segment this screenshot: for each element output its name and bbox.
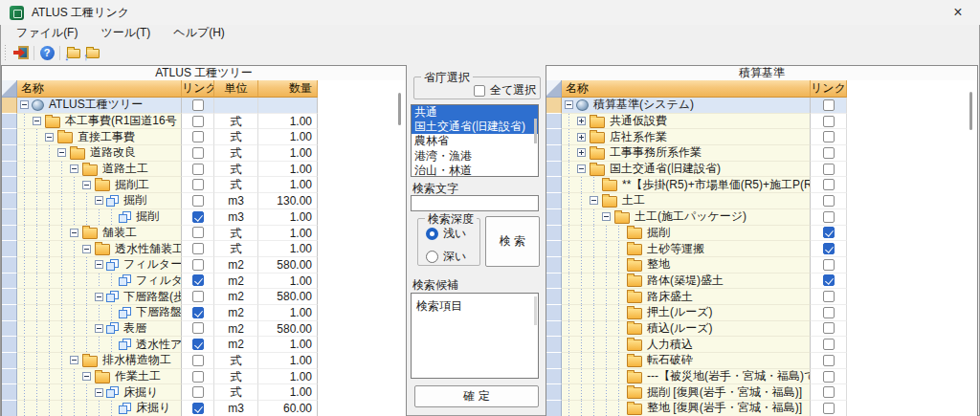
link-cell[interactable]: [182, 193, 214, 209]
collapse-icon[interactable]: [82, 245, 91, 253]
link-checkbox[interactable]: [823, 195, 835, 207]
name-cell[interactable]: 積算基準(システム): [562, 98, 811, 114]
tree-row[interactable]: 路体(築堤)盛土: [546, 274, 977, 290]
collapse-icon[interactable]: [95, 293, 103, 301]
name-cell[interactable]: 掘削: [17, 193, 182, 209]
menu-help[interactable]: ヘルプ(H): [163, 24, 235, 42]
link-cell[interactable]: [182, 274, 214, 290]
name-cell[interactable]: 掘削: [17, 209, 182, 226]
link-cell[interactable]: [811, 226, 847, 242]
link-checkbox[interactable]: [192, 403, 204, 414]
link-checkbox[interactable]: [823, 403, 835, 414]
select-all-row[interactable]: 全て選択: [474, 82, 540, 99]
link-checkbox[interactable]: [192, 274, 204, 286]
name-cell[interactable]: ATLUS工種ツリー: [17, 98, 182, 114]
link-cell[interactable]: [811, 353, 847, 369]
row-header[interactable]: [546, 145, 562, 162]
link-cell[interactable]: [182, 162, 214, 178]
link-cell[interactable]: [182, 241, 214, 257]
tree-row[interactable]: フィルター層m2580.00: [2, 257, 406, 274]
link-checkbox[interactable]: [823, 259, 835, 271]
row-header[interactable]: [2, 114, 17, 130]
collapse-icon[interactable]: [70, 229, 78, 237]
tree-row[interactable]: 透水性アスファルトm21.00: [2, 337, 406, 353]
collapse-icon[interactable]: [57, 148, 66, 157]
name-cell[interactable]: ---【被災地(岩手・宮城・福島)で適用する歩掛】: [562, 369, 811, 385]
name-cell[interactable]: 押土(ルーズ): [562, 305, 811, 321]
name-cell[interactable]: 透水性アスファルト: [17, 337, 182, 353]
collapse-icon[interactable]: [82, 372, 91, 381]
name-cell[interactable]: 作業土工: [17, 369, 182, 385]
tree-row[interactable]: 排水構造物工式1.00: [2, 353, 406, 369]
link-cell[interactable]: [182, 257, 214, 274]
link-checkbox[interactable]: [823, 371, 835, 383]
radio-option[interactable]: 深い: [426, 249, 479, 265]
link-checkbox[interactable]: [823, 307, 835, 318]
tree-row[interactable]: 床掘り式1.00: [2, 384, 406, 401]
link-cell[interactable]: [182, 337, 214, 353]
name-cell[interactable]: 透水性舗装工: [17, 241, 182, 257]
row-header[interactable]: [2, 369, 17, 385]
row-header[interactable]: [546, 369, 562, 385]
link-checkbox[interactable]: [823, 291, 835, 302]
name-cell[interactable]: 下層路盤(歩道部): [17, 305, 182, 321]
row-header[interactable]: [2, 209, 17, 226]
tree-row[interactable]: 本工事費(R1国道16号・国道20号改良工事)式1.00: [2, 114, 406, 130]
name-cell[interactable]: 土砂等運搬: [562, 241, 811, 257]
row-header[interactable]: [546, 274, 562, 290]
collapse-icon[interactable]: [95, 196, 103, 205]
name-cell[interactable]: **【歩掛(R5)+市場単価(R5)+施工P(R5)】**: [562, 177, 811, 193]
link-checkbox[interactable]: [192, 164, 204, 175]
collapse-icon[interactable]: [565, 100, 573, 109]
link-checkbox[interactable]: [192, 291, 204, 302]
link-cell[interactable]: [182, 177, 214, 193]
link-checkbox[interactable]: [192, 322, 204, 334]
tree-row[interactable]: 表層m2580.00: [2, 321, 406, 338]
name-cell[interactable]: 整地 [復興(岩手・宮城・福島)]: [562, 401, 811, 416]
name-cell[interactable]: 道路土工: [17, 162, 182, 178]
name-cell[interactable]: 直接工事費: [17, 129, 182, 145]
tree-row[interactable]: 整地: [546, 257, 977, 274]
tree-row[interactable]: 舗装工式1.00: [2, 226, 406, 242]
link-cell[interactable]: [182, 401, 214, 416]
row-header[interactable]: [2, 274, 17, 290]
search-button[interactable]: 検 索: [485, 216, 540, 267]
name-cell[interactable]: 下層路盤(歩道部): [17, 289, 182, 305]
collapse-icon[interactable]: [33, 117, 41, 125]
row-header[interactable]: [2, 145, 17, 162]
link-cell[interactable]: [811, 209, 847, 226]
tree-row[interactable]: 人力積込: [546, 337, 977, 353]
row-header[interactable]: [2, 305, 17, 321]
link-checkbox[interactable]: [823, 386, 835, 398]
link-cell[interactable]: [182, 114, 214, 130]
link-cell[interactable]: [811, 289, 847, 305]
tree-row[interactable]: 下層路盤(歩道部)m21.00: [2, 305, 406, 321]
row-header[interactable]: [2, 98, 17, 114]
tree-row[interactable]: 直接工事費式1.00: [2, 129, 406, 145]
right-scrollbar-thumb[interactable]: [969, 92, 972, 130]
link-cell[interactable]: [182, 289, 214, 305]
name-cell[interactable]: 土工(施工パッケージ): [562, 209, 811, 226]
collapse-icon[interactable]: [45, 133, 54, 142]
tree-row[interactable]: 押土(ルーズ): [546, 305, 977, 321]
link-checkbox[interactable]: [823, 227, 835, 238]
link-cell[interactable]: [811, 145, 847, 162]
row-header[interactable]: [546, 193, 562, 209]
link-checkbox[interactable]: [192, 339, 204, 350]
select-all-corner[interactable]: [546, 80, 562, 98]
link-checkbox[interactable]: [823, 322, 835, 334]
link-checkbox[interactable]: [192, 371, 204, 383]
confirm-button[interactable]: 確 定: [414, 385, 539, 407]
name-cell[interactable]: 掘削 [復興(岩手・宮城・福島)]: [562, 384, 811, 401]
name-cell[interactable]: 転石破砕: [562, 353, 811, 369]
link-checkbox[interactable]: [823, 339, 835, 350]
row-header[interactable]: [546, 209, 562, 226]
column-header-unit[interactable]: 単位: [214, 80, 258, 98]
close-icon[interactable]: [936, 0, 980, 25]
link-cell[interactable]: [811, 193, 847, 209]
column-header-qty[interactable]: 数量: [258, 80, 318, 98]
row-header[interactable]: [546, 129, 562, 145]
name-cell[interactable]: 共通仮設費: [562, 114, 811, 130]
link-checkbox[interactable]: [192, 131, 204, 142]
row-header[interactable]: [546, 353, 562, 369]
